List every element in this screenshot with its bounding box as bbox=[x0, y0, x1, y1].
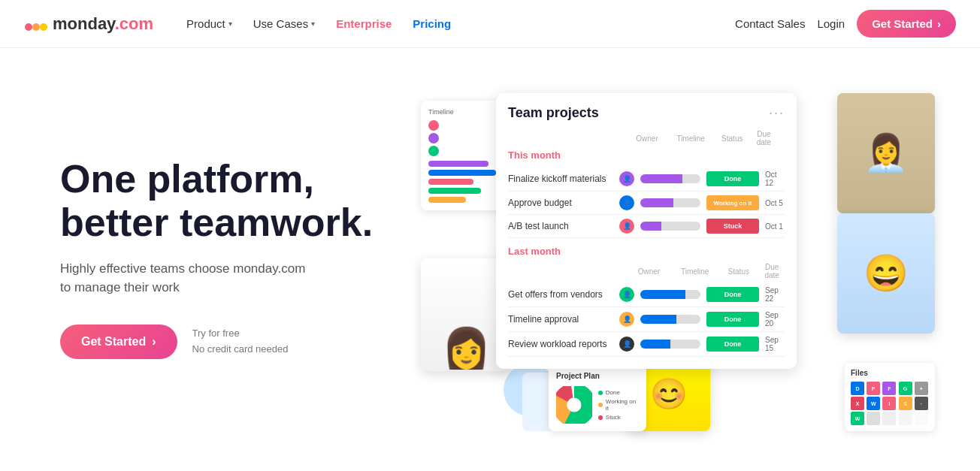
photo-card-top-right: 👩‍💼 bbox=[837, 93, 935, 213]
logo-text: monday.com bbox=[53, 14, 153, 34]
dashboard-card: Team projects ··· Owner Timeline Status … bbox=[496, 93, 797, 369]
task-timeline-bar bbox=[640, 315, 700, 324]
file-icon: X bbox=[851, 397, 864, 410]
file-icon: F bbox=[882, 382, 896, 395]
task-avatar: 👤 bbox=[619, 337, 634, 352]
legend-working: Working on it bbox=[598, 398, 639, 412]
login-link[interactable]: Login bbox=[817, 17, 845, 30]
file-icon bbox=[867, 412, 880, 425]
files-grid: D P F G + X W I S · W bbox=[851, 382, 929, 425]
file-icon bbox=[915, 412, 928, 425]
dashboard-card-header: Team projects ··· bbox=[508, 105, 785, 121]
hero-left: One platform, better teamwork. Highly ef… bbox=[60, 158, 391, 358]
hero-cta: Get Started › Try for free No credit car… bbox=[60, 325, 391, 359]
get-started-button[interactable]: Get Started › bbox=[60, 325, 177, 359]
task-avatar: 👤 bbox=[619, 195, 634, 210]
cta-arrow-icon: › bbox=[152, 335, 156, 349]
file-icon: W bbox=[867, 397, 880, 410]
svg-point-2 bbox=[40, 23, 47, 31]
file-icon: S bbox=[899, 397, 912, 410]
dashboard-dots: ··· bbox=[769, 105, 785, 121]
nav-use-cases[interactable]: Use Cases ▾ bbox=[244, 11, 324, 36]
nav-links: Product ▾ Use Cases ▾ Enterprise Pricing bbox=[177, 11, 735, 36]
file-icon: G bbox=[899, 382, 912, 395]
task-row: A/B test launch 👤 Stuck Oct 1 bbox=[508, 215, 785, 238]
use-cases-chevron-icon: ▾ bbox=[311, 20, 315, 28]
photo-card-man: 😄 bbox=[837, 213, 935, 334]
hero-right: Timeline 👩‍💼 Team projects ··· bbox=[406, 78, 935, 439]
col-timeline: Timeline bbox=[669, 134, 712, 143]
col-status: Status bbox=[712, 134, 752, 143]
task-status-working: Working on it bbox=[706, 195, 759, 210]
this-month-label: This month bbox=[508, 149, 785, 161]
task-avatar: 👤 bbox=[619, 219, 634, 234]
product-chevron-icon: ▾ bbox=[228, 20, 232, 28]
hero-title: One platform, better teamwork. bbox=[60, 158, 391, 243]
project-plan-card: Project Plan Done bbox=[549, 364, 646, 431]
file-icon: P bbox=[867, 382, 880, 395]
timeline-bars bbox=[428, 161, 504, 203]
working-dot bbox=[598, 403, 603, 407]
file-icon: + bbox=[915, 382, 928, 395]
hero-section: One platform, better teamwork. Highly ef… bbox=[0, 48, 980, 469]
nav-product[interactable]: Product ▾ bbox=[177, 11, 241, 36]
last-month-label: Last month bbox=[508, 246, 785, 257]
legend-stuck: Stuck bbox=[598, 414, 639, 421]
file-icon: I bbox=[882, 397, 896, 410]
file-icon: W bbox=[851, 412, 864, 425]
nav-right: Contact Sales Login Get Started › bbox=[735, 10, 956, 38]
task-avatar: 👤 bbox=[619, 287, 634, 302]
nav-pricing[interactable]: Pricing bbox=[404, 11, 460, 36]
task-timeline-bar bbox=[640, 174, 700, 183]
task-timeline-bar bbox=[640, 222, 700, 231]
file-icon bbox=[882, 412, 896, 425]
task-avatar: 👤 bbox=[619, 312, 634, 327]
task-timeline-bar bbox=[640, 340, 700, 349]
hero-note: Try for free No credit card needed bbox=[192, 326, 289, 358]
svg-point-1 bbox=[32, 23, 40, 31]
task-avatar: 👤 bbox=[619, 171, 634, 186]
task-timeline-bar bbox=[640, 198, 700, 207]
pie-chart bbox=[556, 386, 592, 424]
pie-chart-container: Done Working on it Stuck bbox=[556, 386, 639, 424]
task-status-done: Done bbox=[706, 171, 759, 186]
navbar: monday.com Product ▾ Use Cases ▾ Enterpr… bbox=[0, 0, 980, 48]
contact-sales-link[interactable]: Contact Sales bbox=[735, 17, 805, 30]
task-status-stuck: Stuck bbox=[706, 219, 759, 234]
hero-subtitle: Highly effective teams choose monday.com… bbox=[60, 259, 391, 297]
nav-enterprise[interactable]: Enterprise bbox=[327, 11, 401, 36]
task-row: Get offers from vendors 👤 Done Sep 22 bbox=[508, 282, 785, 307]
task-status-done: Done bbox=[706, 312, 759, 327]
task-timeline-bar bbox=[640, 290, 700, 299]
get-started-nav-button[interactable]: Get Started › bbox=[857, 10, 956, 38]
stuck-dot bbox=[598, 415, 603, 420]
files-card: Files D P F G + X W I S · W bbox=[845, 363, 935, 431]
timeline-label: Timeline bbox=[428, 108, 504, 116]
arrow-icon: › bbox=[937, 17, 941, 30]
task-row: Timeline approval 👤 Done Sep 20 bbox=[508, 307, 785, 332]
project-plan-title: Project Plan bbox=[556, 372, 639, 380]
svg-point-0 bbox=[25, 23, 32, 31]
task-row: Review workload reports 👤 Done Sep 15 bbox=[508, 332, 785, 357]
task-row: Approve budget 👤 Working on it Oct 5 bbox=[508, 192, 785, 215]
file-icon bbox=[899, 412, 912, 425]
task-status-done: Done bbox=[706, 287, 759, 302]
col-due: Due date bbox=[752, 130, 776, 146]
dashboard-title: Team projects bbox=[508, 105, 599, 121]
col-owner: Owner bbox=[625, 134, 669, 143]
done-dot bbox=[598, 391, 603, 395]
file-icon: D bbox=[851, 382, 864, 395]
task-row: Finalize kickoff materials 👤 Done Oct 12 bbox=[508, 167, 785, 192]
pie-legend: Done Working on it Stuck bbox=[598, 389, 639, 421]
logo-icon bbox=[24, 12, 48, 36]
task-status-done: Done bbox=[706, 337, 759, 352]
files-title: Files bbox=[851, 369, 929, 377]
file-icon: · bbox=[915, 397, 928, 410]
logo[interactable]: monday.com bbox=[24, 12, 153, 36]
legend-done: Done bbox=[598, 389, 639, 396]
